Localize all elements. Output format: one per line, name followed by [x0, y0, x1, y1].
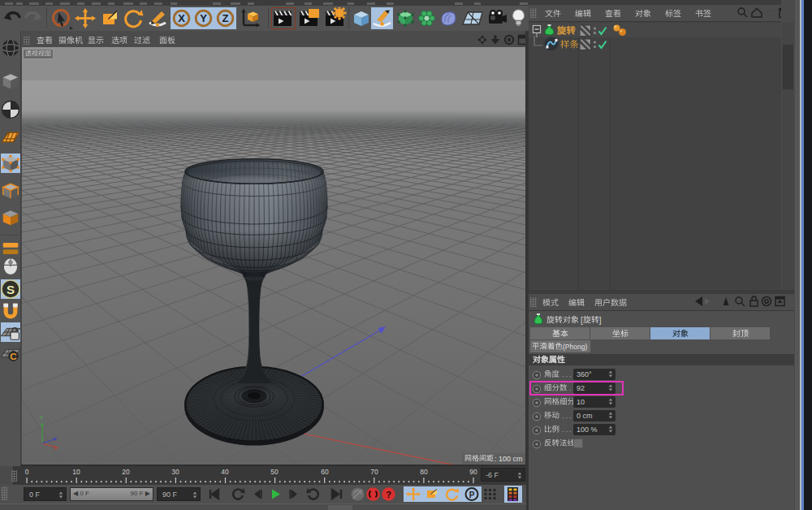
svg-text:C: C — [10, 351, 17, 361]
svg-text:Y: Y — [40, 414, 44, 421]
svg-text:X: X — [178, 12, 185, 24]
svg-text:Y: Y — [200, 12, 207, 24]
svg-text:S: S — [6, 283, 15, 296]
svg-text:Z: Z — [222, 12, 229, 24]
svg-text:P: P — [469, 491, 475, 499]
svg-text:?: ? — [386, 490, 391, 499]
